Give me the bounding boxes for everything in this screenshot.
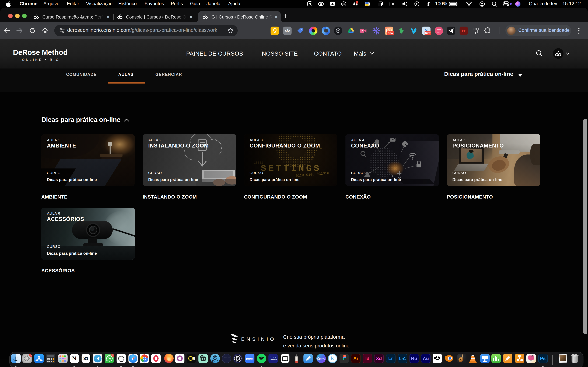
svg-text:N: N [309, 2, 311, 6]
svg-text:1: 1 [356, 1, 357, 4]
